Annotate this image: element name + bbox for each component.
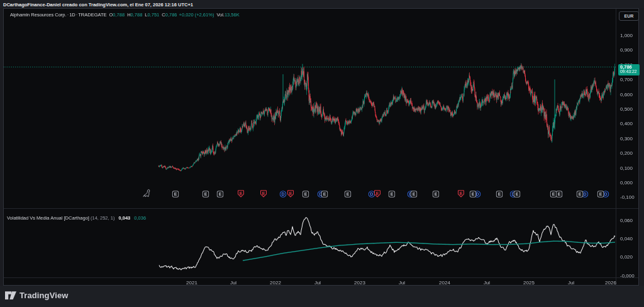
exchange[interactable]: TRADEGATE xyxy=(78,12,106,18)
time-axis-label: Jul xyxy=(314,280,321,286)
low-label: L xyxy=(142,12,147,18)
time-axis-label: 2026 xyxy=(605,280,616,286)
attribution-bar: DCarthagoFinance-Daniel creado con Tradi… xyxy=(0,0,644,8)
volume-label: Vol. xyxy=(214,12,225,18)
time-axis-label: Jul xyxy=(399,280,405,286)
open-value: 0,788 xyxy=(113,12,125,18)
time-axis-label: 2024 xyxy=(439,280,450,286)
close-label: C xyxy=(159,12,165,18)
tradingview-snapshot: DCarthagoFinance-Daniel creado con Tradi… xyxy=(0,0,644,307)
price-axis-label: -0,100 xyxy=(620,194,635,200)
symbol-legend[interactable]: Alphamin Resources Corp.·1D·TRADEGATEO0,… xyxy=(10,12,240,18)
footer-bar: TradingView xyxy=(0,286,644,307)
price-axis-label: 0,300 xyxy=(620,135,633,141)
countdown-timer: 09:43:22 xyxy=(620,70,640,74)
indicator-legend[interactable]: Volatilidad Vs Media Anual [DCarthago] (… xyxy=(7,215,146,221)
indicator-params: (14, 252, 1) xyxy=(91,215,114,221)
low-value: 0,751 xyxy=(148,12,160,18)
volume-value: 13,56K xyxy=(225,12,240,18)
pane-separator[interactable] xyxy=(4,208,638,209)
price-axis-label: 0,600 xyxy=(620,91,633,97)
tradingview-brand-text: TradingView xyxy=(19,291,68,300)
high-label: H xyxy=(125,12,130,18)
high-value: 0,788 xyxy=(131,12,143,18)
last-price-label: 0,786 09:43:22 xyxy=(618,64,640,75)
change-value: +0,020 (+2,61%) xyxy=(177,12,214,18)
time-axis-label: 2022 xyxy=(270,280,281,286)
price-axis-label: 0,500 xyxy=(620,106,633,112)
last-price-value: 0,786 xyxy=(620,65,640,70)
time-axis-label: Jul xyxy=(568,280,574,286)
time-axis-label: 2025 xyxy=(523,280,535,286)
price-chart-canvas[interactable] xyxy=(4,9,638,285)
tradingview-logo-icon xyxy=(5,291,16,299)
indicator-axis-label: 0,020 xyxy=(620,254,633,260)
price-axis-label: 0,700 xyxy=(620,77,633,82)
currency-button[interactable]: EUR xyxy=(619,11,639,21)
time-scale-separator xyxy=(4,277,638,278)
indicator-title[interactable]: Volatilidad Vs Media Anual [DCarthago] xyxy=(7,215,89,221)
price-axis-label: 0,000 xyxy=(620,180,633,186)
indicator-value: 0,043 xyxy=(116,215,130,221)
price-axis-label: 0,900 xyxy=(620,47,633,53)
indicator-axis-label: 0,040 xyxy=(620,236,633,242)
time-axis-label: Jul xyxy=(484,280,490,286)
interval[interactable]: 1D xyxy=(69,12,75,18)
indicator-axis-label: 0,060 xyxy=(620,218,633,223)
time-axis-label: Jul xyxy=(230,280,236,286)
close-value: 0,786 xyxy=(165,12,177,18)
price-axis-label: 0,100 xyxy=(620,165,633,170)
tradingview-brand[interactable]: TradingView xyxy=(5,291,68,300)
price-axis-label: 0,400 xyxy=(620,121,633,126)
indicator-mean-value: 0,036 xyxy=(131,215,146,221)
chart-widget: Alphamin Resources Corp.·1D·TRADEGATEO0,… xyxy=(3,8,639,286)
open-label: O xyxy=(107,12,113,18)
attribution-text: DCarthagoFinance-Daniel creado con Tradi… xyxy=(3,2,193,8)
time-axis-label: 2021 xyxy=(186,280,197,286)
price-axis-label: 0,200 xyxy=(620,150,633,156)
price-scale-separator xyxy=(616,9,616,285)
price-axis-label: 1,000 xyxy=(620,33,633,38)
symbol-name[interactable]: Alphamin Resources Corp. xyxy=(10,12,67,18)
time-axis-label: 2023 xyxy=(354,280,365,286)
indicator-axis-label: -0,000 xyxy=(620,272,635,278)
